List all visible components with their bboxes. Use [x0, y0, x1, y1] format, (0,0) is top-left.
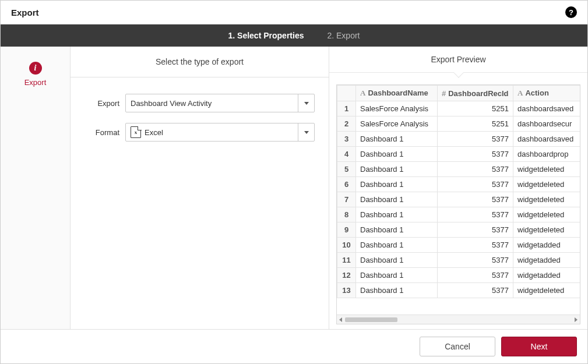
cell-dashboardname: Dashboard 1 — [356, 147, 438, 162]
format-combo-button[interactable] — [298, 123, 314, 141]
cell-dashboardname: SalesForce Analysis — [356, 116, 438, 132]
horizontal-scrollbar[interactable] — [337, 314, 580, 324]
scroll-right-icon[interactable] — [575, 317, 578, 322]
cell-dashboardname: Dashboard 1 — [356, 192, 438, 207]
text-column-icon: A — [360, 89, 365, 97]
cell-dashboardrecid: 5377 — [438, 283, 513, 298]
cell-action: dashboardsecur — [513, 116, 580, 132]
cell-dashboardname: Dashboard 1 — [356, 268, 438, 283]
table-row[interactable]: 2SalesForce Analysis5251dashboardsecur — [337, 116, 580, 132]
row-number-cell: 13 — [337, 283, 356, 298]
cell-dashboardname: Dashboard 1 — [356, 177, 438, 192]
table-row[interactable]: 3Dashboard 15377dashboardsaved — [337, 132, 580, 147]
row-number-cell: 7 — [337, 192, 356, 207]
preview-table-scroll[interactable]: ADashboardName #DashboardRecId AAction 1… — [337, 85, 580, 314]
cell-dashboardrecid: 5377 — [438, 162, 513, 177]
cell-dashboardname: Dashboard 1 — [356, 238, 438, 253]
scroll-thumb[interactable] — [345, 317, 397, 322]
cell-action: dashboardsaved — [513, 132, 580, 147]
cell-action: widgetdeleted — [513, 177, 580, 192]
row-number-cell: 9 — [337, 222, 356, 238]
table-row[interactable]: 7Dashboard 15377widgetdeleted — [337, 192, 580, 207]
format-combo[interactable]: x Excel — [125, 123, 315, 142]
dialog-body: i Export Select the type of export Expor… — [1, 47, 587, 329]
table-row[interactable]: 12Dashboard 15377widgetadded — [337, 268, 580, 283]
cell-dashboardrecid: 5377 — [438, 268, 513, 283]
cell-dashboardname: Dashboard 1 — [356, 207, 438, 222]
dialog-header: Export ? — [1, 1, 587, 24]
sidebar-item-export[interactable]: i Export — [1, 58, 70, 90]
chevron-down-icon — [304, 102, 309, 105]
cell-dashboardname: Dashboard 1 — [356, 283, 438, 298]
table-row[interactable]: 1SalesForce Analysis5251dashboardsaved — [337, 101, 580, 116]
cell-action: dashboardsaved — [513, 101, 580, 116]
next-button[interactable]: Next — [501, 337, 577, 356]
table-row[interactable]: 11Dashboard 15377widgetadded — [337, 253, 580, 268]
cell-action: widgetdeleted — [513, 222, 580, 238]
row-number-header — [337, 86, 356, 101]
info-icon: i — [29, 62, 42, 75]
cell-dashboardrecid: 5377 — [438, 238, 513, 253]
cell-action: widgetadded — [513, 268, 580, 283]
row-number-cell: 10 — [337, 238, 356, 253]
format-value-text: Excel — [145, 128, 163, 137]
cell-action: widgetdeleted — [513, 207, 580, 222]
scroll-left-icon[interactable] — [339, 317, 342, 322]
table-row[interactable]: 13Dashboard 15377widgetdeleted — [337, 283, 580, 298]
cell-dashboardrecid: 5377 — [438, 192, 513, 207]
cell-dashboardrecid: 5251 — [438, 101, 513, 116]
format-combo-value: x Excel — [126, 123, 298, 141]
table-row[interactable]: 9Dashboard 15377widgetdeleted — [337, 222, 580, 238]
cell-dashboardname: Dashboard 1 — [356, 222, 438, 238]
table-header-row: ADashboardName #DashboardRecId AAction — [337, 86, 580, 101]
properties-panel: Select the type of export Export Dashboa… — [71, 47, 329, 329]
table-row[interactable]: 5Dashboard 15377widgetdeleted — [337, 162, 580, 177]
row-number-cell: 6 — [337, 177, 356, 192]
cell-action: widgetdeleted — [513, 162, 580, 177]
dialog-footer: Cancel Next — [1, 329, 587, 363]
cancel-button[interactable]: Cancel — [420, 337, 495, 356]
row-number-cell: 11 — [337, 253, 356, 268]
cell-dashboardname: Dashboard 1 — [356, 253, 438, 268]
cell-action: widgetadded — [513, 238, 580, 253]
row-number-cell: 2 — [337, 116, 356, 132]
wizard-steps: 1. Select Properties 2. Export — [1, 24, 587, 47]
preview-table-container: ADashboardName #DashboardRecId AAction 1… — [336, 84, 580, 324]
cell-action: dashboardprop — [513, 147, 580, 162]
step-export[interactable]: 2. Export — [327, 31, 360, 40]
row-number-cell: 1 — [337, 101, 356, 116]
row-number-cell: 4 — [337, 147, 356, 162]
export-dialog: Export ? 1. Select Properties 2. Export … — [0, 0, 588, 364]
cell-dashboardrecid: 5377 — [438, 222, 513, 238]
export-label: Export — [84, 99, 119, 108]
table-row[interactable]: 10Dashboard 15377widgetadded — [337, 238, 580, 253]
table-row[interactable]: 6Dashboard 15377widgetdeleted — [337, 177, 580, 192]
cell-dashboardrecid: 5251 — [438, 116, 513, 132]
cell-dashboardrecid: 5377 — [438, 132, 513, 147]
cell-action: widgetadded — [513, 253, 580, 268]
cell-dashboardname: Dashboard 1 — [356, 132, 438, 147]
col-header-dashboardrecid[interactable]: #DashboardRecId — [438, 86, 513, 101]
row-number-cell: 5 — [337, 162, 356, 177]
col-header-dashboardname[interactable]: ADashboardName — [356, 86, 438, 101]
main-area: Select the type of export Export Dashboa… — [71, 47, 587, 329]
properties-panel-title: Select the type of export — [71, 47, 329, 77]
cell-dashboardrecid: 5377 — [438, 147, 513, 162]
format-label: Format — [84, 128, 119, 137]
help-icon[interactable]: ? — [565, 6, 577, 18]
export-combo-button[interactable] — [298, 94, 314, 112]
export-combo[interactable]: Dashboard View Activity — [125, 94, 315, 112]
cell-dashboardrecid: 5377 — [438, 177, 513, 192]
format-row: Format x Excel — [84, 123, 315, 142]
table-row[interactable]: 4Dashboard 15377dashboardprop — [337, 147, 580, 162]
step-select-properties[interactable]: 1. Select Properties — [228, 31, 304, 40]
cell-dashboardname: Dashboard 1 — [356, 162, 438, 177]
row-number-cell: 12 — [337, 268, 356, 283]
preview-panel: Export Preview — [329, 47, 587, 329]
cell-action: widgetdeleted — [513, 192, 580, 207]
cell-action: widgetdeleted — [513, 283, 580, 298]
col-header-action[interactable]: AAction — [513, 86, 580, 101]
chevron-down-icon — [304, 131, 309, 134]
cell-dashboardname: SalesForce Analysis — [356, 101, 438, 116]
table-row[interactable]: 8Dashboard 15377widgetdeleted — [337, 207, 580, 222]
